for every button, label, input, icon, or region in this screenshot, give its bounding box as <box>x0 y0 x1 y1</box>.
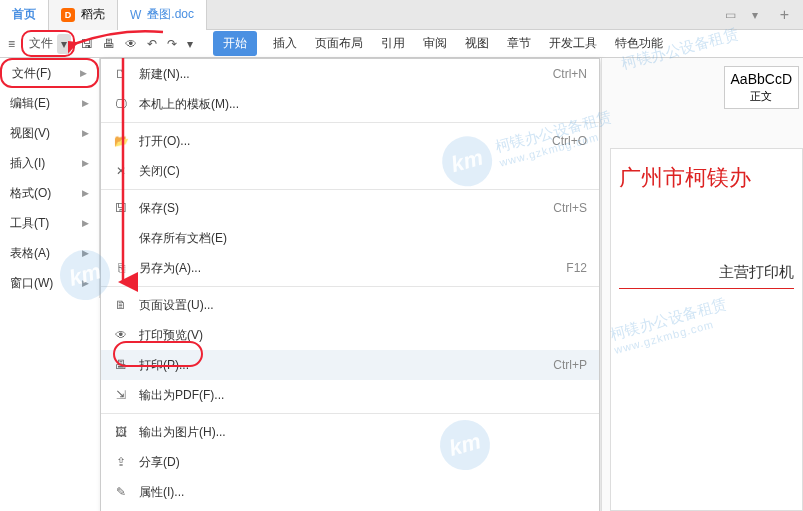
tab-home[interactable]: 首页 <box>0 0 49 30</box>
add-tab-button[interactable]: + <box>766 6 803 24</box>
tab-document[interactable]: W 叠图.doc <box>118 0 207 30</box>
menu-save-as[interactable]: ⎘另存为(A)...F12 <box>101 253 599 283</box>
ribbon-tab-reference[interactable]: 引用 <box>379 31 407 56</box>
ribbon-tab-review[interactable]: 审阅 <box>421 31 449 56</box>
menu-export-image[interactable]: 🖼输出为图片(H)... <box>101 417 599 447</box>
menu-local-template[interactable]: 🖵本机上的模板(M)... <box>101 89 599 119</box>
chevron-right-icon: ▶ <box>82 98 89 108</box>
document-page[interactable]: 广州市柯镁办 主营打印机 <box>610 148 803 511</box>
image-icon: 🖼 <box>113 425 129 439</box>
side-item-file[interactable]: 文件(F)▶ <box>0 58 99 88</box>
side-item-view[interactable]: 视图(V)▶ <box>0 118 99 148</box>
menu-save-all[interactable]: 保存所有文档(E) <box>101 223 599 253</box>
menu-save[interactable]: 🖫保存(S)Ctrl+S <box>101 193 599 223</box>
printer-icon: 🖶 <box>113 358 129 372</box>
file-dropdown-icon[interactable]: ▾ <box>57 34 71 54</box>
page-setup-icon: 🗎 <box>113 298 129 312</box>
side-item-window[interactable]: 窗口(W)▶ <box>0 268 99 298</box>
save-as-icon: ⎘ <box>113 261 129 275</box>
new-icon: 🗋 <box>113 67 129 81</box>
side-item-table[interactable]: 表格(A)▶ <box>0 238 99 268</box>
print-icon[interactable]: 🖶 <box>99 34 119 54</box>
menu-open[interactable]: 📂打开(O)...Ctrl+O <box>101 126 599 156</box>
chevron-right-icon: ▶ <box>80 68 87 78</box>
menu-new[interactable]: 🗋新建(N)...Ctrl+N <box>101 59 599 89</box>
ribbon-tab-chapter[interactable]: 章节 <box>505 31 533 56</box>
share-icon: ⇪ <box>113 455 129 469</box>
doc-divider <box>619 288 794 289</box>
chevron-right-icon: ▶ <box>82 158 89 168</box>
chevron-right-icon: ▶ <box>82 188 89 198</box>
file-button[interactable]: 文件 <box>25 32 57 55</box>
redo-icon[interactable]: ↷ <box>163 34 181 54</box>
doc-subtitle-text: 主营打印机 <box>619 263 794 282</box>
document-area: AaBbCcD 正文 广州市柯镁办 主营打印机 <box>601 58 803 511</box>
menu-share[interactable]: ⇪分享(D) <box>101 447 599 477</box>
tab-home-label: 首页 <box>12 6 36 23</box>
window-tabs: 首页 D 稻壳 W 叠图.doc ▭ ▾ + <box>0 0 803 30</box>
tab-menu-icon[interactable]: ▾ <box>744 8 766 22</box>
file-dropdown-menu: 🗋新建(N)...Ctrl+N 🖵本机上的模板(M)... 📂打开(O)...C… <box>100 58 600 511</box>
chevron-right-icon: ▶ <box>82 218 89 228</box>
ribbon-tab-view[interactable]: 视图 <box>463 31 491 56</box>
window-mode-icon[interactable]: ▭ <box>717 8 744 22</box>
doke-icon: D <box>61 8 75 22</box>
menu-print-preview[interactable]: 👁打印预览(V) <box>101 320 599 350</box>
tab-doke[interactable]: D 稻壳 <box>49 0 118 30</box>
save-icon[interactable]: 🖫 <box>77 34 97 54</box>
style-name-label: 正文 <box>731 89 792 104</box>
side-menu: 文件(F)▶ 编辑(E)▶ 视图(V)▶ 插入(I)▶ 格式(O)▶ 工具(T)… <box>0 58 100 298</box>
preview-icon[interactable]: 👁 <box>121 34 141 54</box>
menu-encrypt[interactable]: 🔒文件加密(Y)... <box>101 507 599 511</box>
ribbon-tab-dev[interactable]: 开发工具 <box>547 31 599 56</box>
menu-export-pdf[interactable]: ⇲输出为PDF(F)... <box>101 380 599 410</box>
chevron-right-icon: ▶ <box>82 278 89 288</box>
preview-icon: 👁 <box>113 328 129 342</box>
ribbon-tab-special[interactable]: 特色功能 <box>613 31 665 56</box>
save-icon: 🖫 <box>113 201 129 215</box>
doc-title-text: 广州市柯镁办 <box>619 163 794 193</box>
folder-open-icon: 📂 <box>113 134 129 148</box>
tab-doc-label: 叠图.doc <box>147 6 194 23</box>
ribbon-tab-insert[interactable]: 插入 <box>271 31 299 56</box>
menu-properties[interactable]: ✎属性(I)... <box>101 477 599 507</box>
ribbon-tabs: 开始 插入 页面布局 引用 审阅 视图 章节 开发工具 特色功能 <box>213 31 665 56</box>
chevron-right-icon: ▶ <box>82 248 89 258</box>
side-item-tools[interactable]: 工具(T)▶ <box>0 208 99 238</box>
style-gallery-item[interactable]: AaBbCcD 正文 <box>724 66 799 109</box>
properties-icon: ✎ <box>113 485 129 499</box>
close-icon: ✕ <box>113 164 129 178</box>
chevron-right-icon: ▶ <box>82 128 89 138</box>
pdf-icon: ⇲ <box>113 388 129 402</box>
style-sample-text: AaBbCcD <box>731 71 792 87</box>
menu-icon[interactable]: ≡ <box>4 34 19 54</box>
side-item-format[interactable]: 格式(O)▶ <box>0 178 99 208</box>
quick-toolbar: ≡ 文件 ▾ 🖫 🖶 👁 ↶ ↷ ▾ 开始 插入 页面布局 引用 审阅 视图 章… <box>0 30 803 58</box>
menu-close[interactable]: ✕关闭(C) <box>101 156 599 186</box>
word-doc-icon: W <box>130 8 141 22</box>
ribbon-tab-start[interactable]: 开始 <box>213 31 257 56</box>
ribbon-tab-layout[interactable]: 页面布局 <box>313 31 365 56</box>
side-item-edit[interactable]: 编辑(E)▶ <box>0 88 99 118</box>
chevron-down-icon[interactable]: ▾ <box>183 34 197 54</box>
tab-doke-label: 稻壳 <box>81 6 105 23</box>
menu-page-setup[interactable]: 🗎页面设置(U)... <box>101 290 599 320</box>
undo-icon[interactable]: ↶ <box>143 34 161 54</box>
menu-print[interactable]: 🖶打印(P)...Ctrl+P <box>101 350 599 380</box>
template-icon: 🖵 <box>113 97 129 111</box>
side-item-insert[interactable]: 插入(I)▶ <box>0 148 99 178</box>
